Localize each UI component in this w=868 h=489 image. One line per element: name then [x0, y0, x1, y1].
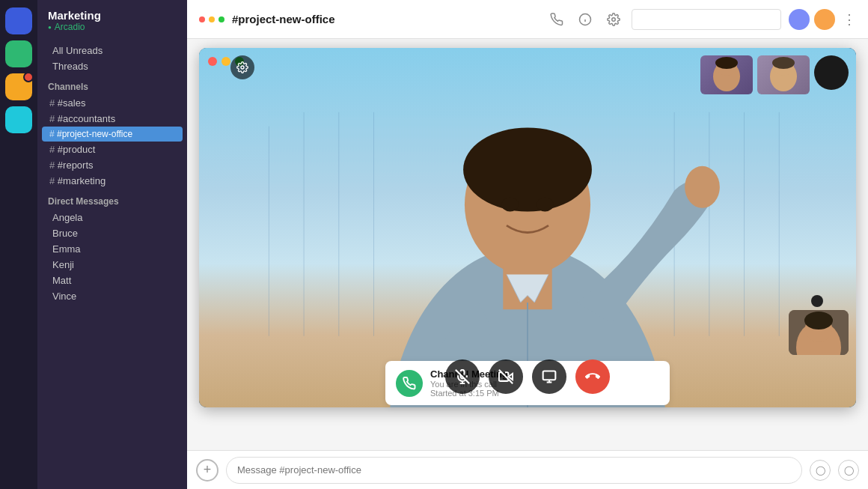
svg-point-3: [612, 17, 616, 21]
sidebar-item-all-unreads[interactable]: All Unreads: [42, 43, 183, 58]
workspace-icon-4[interactable]: [5, 106, 32, 133]
info-icon[interactable]: [575, 9, 596, 30]
dot-yellow: [209, 16, 215, 22]
sidebar: Marketing Arcadio All Unreads Threads Ch…: [37, 0, 187, 489]
video-toggle-button[interactable]: [489, 359, 523, 394]
icon-bar: [0, 0, 37, 489]
svg-point-30: [804, 312, 833, 329]
thumbnail-1: [700, 55, 753, 94]
self-thumbnail: [789, 295, 849, 355]
dm-label: Direct Messages: [37, 189, 187, 210]
add-attachment-button[interactable]: +: [196, 459, 218, 482]
video-person: [199, 48, 856, 407]
content-area: Channel Meeting You are in this call Sta…: [187, 39, 868, 450]
channel-title: #project-new-office: [232, 13, 539, 25]
avatar-1: [789, 9, 810, 30]
svg-point-16: [685, 166, 720, 208]
dm-emma[interactable]: Emma: [42, 241, 183, 257]
main-content: #project-new-office ⋮: [187, 0, 868, 489]
sidebar-item-reports[interactable]: #reports: [42, 157, 183, 173]
workspace-name: Marketing: [48, 9, 177, 22]
video-settings-button[interactable]: [230, 55, 254, 79]
svg-point-26: [772, 57, 795, 69]
workspace-icon-3[interactable]: [5, 73, 32, 100]
call-notification-icon: [396, 370, 423, 397]
traffic-light-red[interactable]: [208, 57, 217, 66]
svg-point-23: [715, 57, 738, 69]
dot-red: [199, 16, 205, 22]
svg-point-19: [537, 198, 553, 212]
traffic-lights-header: [199, 16, 224, 22]
mute-button[interactable]: [445, 359, 480, 394]
svg-point-18: [501, 198, 518, 212]
message-action-1[interactable]: ◯: [810, 460, 831, 481]
message-bar: + ◯ ◯: [187, 450, 868, 489]
dm-kenji[interactable]: Kenji: [42, 257, 183, 273]
sidebar-item-sales[interactable]: #sales: [42, 95, 183, 111]
message-input[interactable]: [226, 457, 802, 484]
thumbnail-2: [757, 55, 810, 94]
sidebar-item-accountants[interactable]: #accountants: [42, 111, 183, 127]
dot-green: [218, 16, 224, 22]
svg-rect-36: [543, 371, 556, 380]
main-video: [199, 48, 856, 407]
participant-thumbnails: [700, 55, 849, 94]
svg-point-17: [463, 127, 592, 211]
channel-header: #project-new-office ⋮: [187, 0, 868, 39]
sidebar-item-threads[interactable]: Threads: [42, 58, 183, 74]
self-video: [789, 310, 849, 355]
screen-share-button[interactable]: [532, 359, 566, 394]
header-avatars: [789, 9, 835, 30]
thumbnail-muted: [814, 55, 849, 90]
workspace-user: Arcadio: [48, 22, 177, 32]
sidebar-item-project-new-office[interactable]: #project-new-office: [42, 127, 183, 142]
header-search[interactable]: [632, 9, 781, 30]
call-controls: [445, 359, 610, 394]
end-call-button[interactable]: [575, 359, 610, 394]
more-options-icon[interactable]: ⋮: [843, 11, 856, 28]
dm-matt[interactable]: Matt: [42, 273, 183, 288]
sidebar-item-marketing[interactable]: #marketing: [42, 173, 183, 189]
workspace-icon-1[interactable]: [5, 7, 32, 34]
svg-point-4: [241, 66, 244, 69]
settings-icon[interactable]: [603, 9, 624, 30]
dm-vince[interactable]: Vince: [42, 288, 183, 304]
workspace-icon-2[interactable]: [5, 40, 32, 67]
traffic-light-yellow[interactable]: [221, 57, 230, 66]
sidebar-header: Marketing Arcadio: [37, 9, 187, 43]
sidebar-item-product[interactable]: #product: [42, 142, 183, 157]
dm-angela[interactable]: Angela: [42, 210, 183, 225]
avatar-2: [814, 9, 835, 30]
message-action-2[interactable]: ◯: [838, 460, 859, 481]
video-call-container: [199, 48, 856, 407]
dm-bruce[interactable]: Bruce: [42, 225, 183, 241]
phone-icon[interactable]: [546, 9, 567, 30]
channels-label: Channels: [37, 74, 187, 95]
